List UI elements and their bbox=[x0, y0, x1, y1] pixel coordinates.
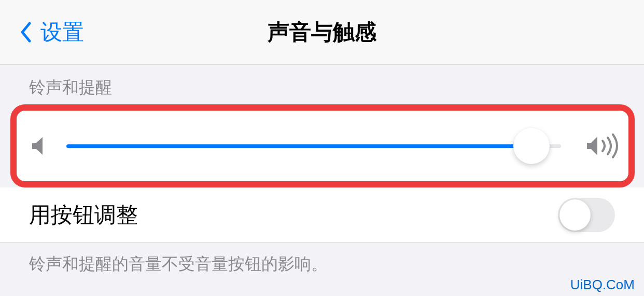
back-label: 设置 bbox=[40, 18, 84, 47]
toggle-row-adjust-with-buttons: 用按钮调整 bbox=[0, 187, 644, 243]
page-title: 声音与触感 bbox=[0, 18, 644, 47]
volume-slider[interactable] bbox=[66, 128, 561, 164]
nav-header: 设置 声音与触感 bbox=[0, 0, 644, 65]
volume-slider-row-highlighted bbox=[10, 104, 635, 187]
speaker-high-icon bbox=[586, 133, 619, 158]
back-button[interactable]: 设置 bbox=[20, 18, 84, 47]
toggle-switch[interactable] bbox=[558, 198, 615, 232]
chevron-back-icon bbox=[20, 22, 31, 43]
slider-thumb[interactable] bbox=[513, 128, 550, 164]
toggle-label: 用按钮调整 bbox=[29, 200, 138, 230]
section-header: 铃声和提醒 bbox=[0, 65, 644, 104]
toggle-knob bbox=[559, 199, 591, 231]
slider-track-filled bbox=[66, 144, 531, 148]
watermark: UiBQ.CoM bbox=[570, 277, 635, 293]
footer-description: 铃声和提醒的音量不受音量按钮的影响。 bbox=[0, 243, 644, 286]
speaker-low-icon bbox=[31, 136, 47, 156]
